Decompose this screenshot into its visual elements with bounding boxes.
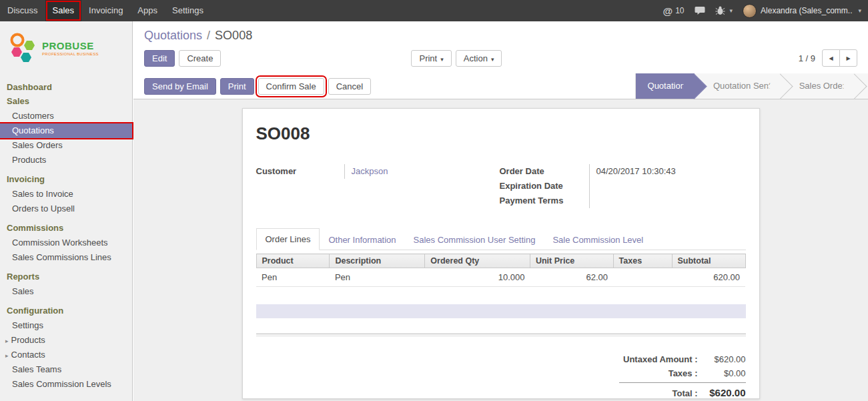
tab-sales-commission-user-setting[interactable]: Sales Commission User Setting bbox=[405, 230, 544, 250]
sidebar-item-sales-to-invoice[interactable]: Sales to Invoice bbox=[0, 187, 132, 202]
sidebar-item-commission-worksheets[interactable]: Commission Worksheets bbox=[0, 236, 132, 250]
nav-item-discuss[interactable]: Discuss bbox=[0, 0, 45, 21]
payment-terms-field: Payment Terms bbox=[500, 193, 746, 208]
sidebar-item-reports-sales[interactable]: Sales bbox=[0, 284, 132, 299]
company-logo[interactable]: PROBUSE PROFESSIONAL BUSINESS bbox=[0, 21, 132, 75]
table-header-row: Product Description Ordered Qty Unit Pri… bbox=[256, 254, 745, 268]
sidebar-item-config-contacts[interactable]: ▸Contacts bbox=[0, 348, 132, 362]
col-header-subtotal[interactable]: Subtotal bbox=[672, 254, 745, 268]
sidebar-item-orders-to-upsell[interactable]: Orders to Upsell bbox=[0, 202, 132, 216]
control-row-workflow: Send by Email Print Confirm Sale Cancel … bbox=[133, 73, 868, 99]
cell-unit-price: 62.00 bbox=[530, 268, 613, 287]
nav-item-settings[interactable]: Settings bbox=[165, 0, 211, 21]
col-header-ordered-qty[interactable]: Ordered Qty bbox=[425, 254, 530, 268]
col-header-unit-price[interactable]: Unit Price bbox=[530, 254, 613, 268]
sidebar-heading-dashboard[interactable]: Dashboard bbox=[0, 75, 132, 95]
order-date-label: Order Date bbox=[500, 164, 589, 179]
taxes-label: Taxes : bbox=[669, 368, 698, 378]
nav-item-invoicing[interactable]: Invoicing bbox=[81, 0, 130, 21]
expiration-date-field: Expiration Date bbox=[500, 179, 746, 193]
breadcrumb-parent-link[interactable]: Quotations bbox=[144, 29, 202, 42]
col-header-taxes[interactable]: Taxes bbox=[613, 254, 672, 268]
expiration-date-label: Expiration Date bbox=[500, 179, 589, 193]
user-menu[interactable]: Alexandra (Sales_comm.. ▾ bbox=[743, 4, 861, 18]
at-icon: @ bbox=[663, 5, 673, 17]
taxes-row: Taxes : $0.00 bbox=[619, 366, 746, 380]
sidebar-item-config-products[interactable]: ▸Products bbox=[0, 333, 132, 348]
send-by-email-button[interactable]: Send by Email bbox=[144, 78, 216, 95]
edit-button[interactable]: Edit bbox=[144, 50, 175, 67]
payment-terms-value bbox=[589, 193, 746, 208]
sidebar-heading-commissions[interactable]: Commissions bbox=[0, 216, 132, 236]
cell-description: Pen bbox=[330, 268, 425, 287]
sidebar-heading-invoicing[interactable]: Invoicing bbox=[0, 167, 132, 187]
print-dropdown-button[interactable]: Print▾ bbox=[411, 50, 451, 67]
cancel-button[interactable]: Cancel bbox=[328, 78, 371, 95]
customer-label: Customer bbox=[256, 164, 344, 179]
taxes-value: $0.00 bbox=[698, 368, 746, 378]
breadcrumb: Quotations / SO008 bbox=[133, 21, 868, 44]
nav-item-sales[interactable]: Sales bbox=[45, 0, 82, 21]
col-header-description[interactable]: Description bbox=[330, 254, 425, 268]
sidebar-heading-configuration[interactable]: Configuration bbox=[0, 299, 132, 318]
probuse-logo-icon bbox=[9, 31, 37, 65]
tab-order-lines[interactable]: Order Lines bbox=[256, 228, 320, 250]
app-menu: Discuss Sales Invoicing Apps Settings bbox=[0, 0, 211, 21]
pager-previous-button[interactable]: ◀ bbox=[822, 49, 840, 67]
control-panel: Quotations / SO008 Edit Create Print▾ Ac… bbox=[133, 21, 868, 99]
cell-ordered-qty: 10.000 bbox=[425, 268, 530, 287]
field-area: Customer Jackpson Order Date 04/20/2017 … bbox=[256, 164, 746, 208]
notebook-tabs: Order Lines Other Information Sales Comm… bbox=[256, 228, 746, 250]
sidebar-item-products[interactable]: Products bbox=[0, 153, 132, 167]
app-window: Discuss Sales Invoicing Apps Settings @ … bbox=[0, 0, 868, 401]
untaxed-amount-value: $620.00 bbox=[698, 354, 746, 364]
cell-product[interactable]: Pen bbox=[256, 268, 330, 287]
breadcrumb-separator: / bbox=[205, 29, 211, 42]
user-avatar bbox=[743, 4, 757, 18]
status-quotation[interactable]: Quotation bbox=[636, 73, 695, 99]
sidebar-item-quotations[interactable]: Quotations bbox=[0, 123, 132, 138]
cell-taxes bbox=[613, 268, 672, 287]
pager-next-button[interactable]: ▶ bbox=[839, 49, 857, 67]
total-value: $620.00 bbox=[698, 387, 746, 398]
tab-other-information[interactable]: Other Information bbox=[320, 230, 404, 250]
sidebar-item-sales-commission-levels[interactable]: Sales Commission Levels bbox=[0, 377, 132, 392]
create-button[interactable]: Create bbox=[179, 50, 221, 67]
sidebar-item-sales-teams[interactable]: Sales Teams bbox=[0, 362, 132, 377]
caret-down-icon: ▾ bbox=[491, 56, 494, 63]
caret-down-icon: ▾ bbox=[730, 7, 733, 14]
payment-terms-label: Payment Terms bbox=[500, 193, 589, 208]
form-view: SO008 Customer Jackpson Order Date 04/20… bbox=[133, 99, 868, 401]
navbar-right: @ 10 ▾ Alexandra (Sales_comm.. ▾ bbox=[663, 0, 868, 21]
order-line-row[interactable]: Pen Pen 10.000 62.00 620.00 bbox=[256, 268, 745, 287]
document-title: SO008 bbox=[256, 123, 746, 144]
action-dropdown-button[interactable]: Action▾ bbox=[456, 50, 502, 67]
order-lines-table: Product Description Ordered Qty Unit Pri… bbox=[256, 254, 746, 287]
sidebar-heading-reports[interactable]: Reports bbox=[0, 265, 132, 284]
confirm-sale-button[interactable]: Confirm Sale bbox=[258, 78, 324, 95]
tab-sale-commission-level[interactable]: Sale Commission Level bbox=[544, 230, 652, 250]
sidebar: PROBUSE PROFESSIONAL BUSINESS Dashboard … bbox=[0, 21, 133, 401]
expand-arrow-icon: ▸ bbox=[5, 338, 9, 344]
sidebar-item-customers[interactable]: Customers bbox=[0, 109, 132, 123]
chat-icon[interactable] bbox=[695, 6, 705, 15]
total-row: Total : $620.00 bbox=[619, 382, 746, 399]
mentions-count: 10 bbox=[675, 6, 684, 15]
print-button[interactable]: Print bbox=[220, 78, 254, 95]
status-quotation-sent[interactable]: Quotation Sent bbox=[695, 73, 781, 99]
sidebar-heading-sales[interactable]: Sales bbox=[0, 95, 132, 109]
caret-down-icon: ▾ bbox=[440, 56, 444, 63]
document-sheet: SO008 Customer Jackpson Order Date 04/20… bbox=[242, 108, 760, 399]
mentions-indicator[interactable]: @ 10 bbox=[663, 5, 685, 17]
sidebar-item-settings[interactable]: Settings bbox=[0, 318, 132, 333]
sidebar-item-sales-orders[interactable]: Sales Orders bbox=[0, 138, 132, 153]
sidebar-item-sales-commissions-lines[interactable]: Sales Commissions Lines bbox=[0, 250, 132, 265]
empty-line-row[interactable] bbox=[256, 304, 746, 318]
col-header-product[interactable]: Product bbox=[256, 254, 330, 268]
customer-value-link[interactable]: Jackpson bbox=[344, 164, 500, 179]
order-date-field: Order Date 04/20/2017 10:30:43 bbox=[500, 164, 746, 179]
debug-menu[interactable]: ▾ bbox=[715, 6, 733, 15]
total-label: Total : bbox=[672, 388, 697, 398]
order-date-value: 04/20/2017 10:30:43 bbox=[589, 164, 746, 179]
nav-item-apps[interactable]: Apps bbox=[130, 0, 165, 21]
